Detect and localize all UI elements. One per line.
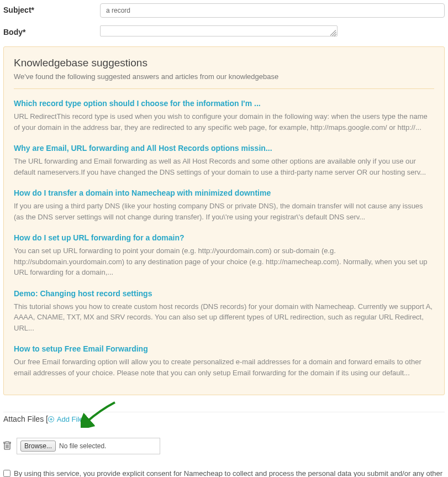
subject-row: Subject* xyxy=(3,3,445,18)
consent-row: By using this service, you provide expli… xyxy=(3,469,445,477)
file-input-box: Browse... No file selected. xyxy=(17,438,160,454)
attach-files-section: Attach Files [ Add File] Browse... No fi… xyxy=(3,412,445,454)
body-input[interactable] xyxy=(100,25,338,36)
subject-label: Subject* xyxy=(3,3,100,14)
kb-title: Knowledgebase suggestions xyxy=(14,57,434,69)
kb-subtitle: We've found the following suggested answ… xyxy=(14,72,434,81)
kb-item-link[interactable]: Demo: Changing host record settings xyxy=(14,289,152,298)
subject-input[interactable] xyxy=(100,3,445,18)
kb-item: Why are Email, URL forwarding and All Ho… xyxy=(14,144,434,177)
kb-item: Demo: Changing host record settings This… xyxy=(14,289,434,334)
kb-item-desc: This tutorial shows you how to create cu… xyxy=(14,301,434,334)
kb-item: How do I transfer a domain into Namechea… xyxy=(14,188,434,222)
file-upload-row: Browse... No file selected. xyxy=(3,438,445,454)
kb-divider xyxy=(14,88,434,89)
kb-item-link[interactable]: Which record type option should I choose… xyxy=(14,99,261,108)
kb-item: How to setup Free Email Forwarding Our f… xyxy=(14,344,434,378)
subject-input-wrap xyxy=(100,3,445,18)
browse-button[interactable]: Browse... xyxy=(20,441,56,452)
kb-item-link[interactable]: How to setup Free Email Forwarding xyxy=(14,344,148,353)
kb-item-desc: You can set up URL forwarding to point y… xyxy=(14,245,434,278)
add-file-link[interactable]: Add File xyxy=(48,415,83,423)
attach-files-label: Attach Files [ Add File] xyxy=(3,415,85,423)
consent-checkbox[interactable] xyxy=(3,470,10,477)
kb-item-desc: URL RedirectThis record type is used whe… xyxy=(14,111,434,133)
knowledgebase-suggestions-box: Knowledgebase suggestions We've found th… xyxy=(3,46,445,395)
kb-item-link[interactable]: Why are Email, URL forwarding and All Ho… xyxy=(14,144,272,153)
green-arrow-annotation-icon xyxy=(81,400,119,428)
kb-item-desc: Our free Email forwarding option will al… xyxy=(14,357,434,378)
consent-text: By using this service, you provide expli… xyxy=(14,469,445,477)
kb-item-link[interactable]: How do I transfer a domain into Namechea… xyxy=(14,188,271,197)
body-input-wrap xyxy=(100,25,445,36)
no-file-selected-text: No file selected. xyxy=(59,442,106,450)
plus-circle-icon xyxy=(48,416,54,422)
kb-item-desc: The URL forwarding and Email forwarding … xyxy=(14,156,434,177)
kb-item-desc: If you are using a third party DNS (like… xyxy=(14,201,434,222)
kb-item: Which record type option should I choose… xyxy=(14,99,434,133)
kb-item-link[interactable]: How do I set up URL forwarding for a dom… xyxy=(14,233,185,242)
body-label: Body* xyxy=(3,25,100,36)
body-row: Body* xyxy=(3,25,445,36)
kb-item: How do I set up URL forwarding for a dom… xyxy=(14,233,434,278)
trash-icon[interactable] xyxy=(3,441,11,452)
